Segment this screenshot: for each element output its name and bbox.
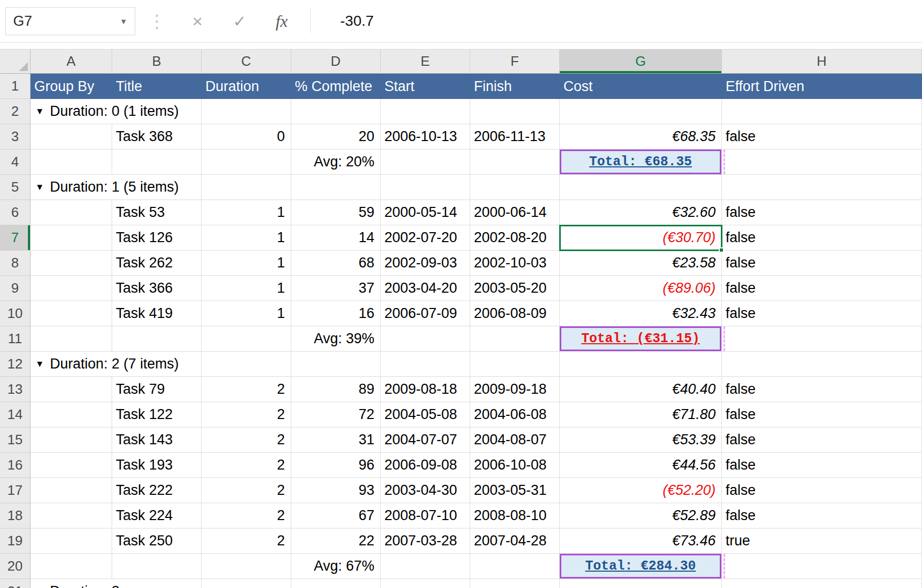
confirm-icon[interactable]: ✓ (219, 12, 261, 31)
empty-cell-e5[interactable] (381, 175, 470, 200)
empty-cell-f11[interactable] (470, 326, 560, 352)
start-cell[interactable]: 2009-08-18 (381, 377, 470, 402)
empty-cell-e21[interactable] (381, 579, 470, 588)
collapse-triangle-icon[interactable]: ▼ (35, 182, 44, 193)
total-cell[interactable]: Total: (€31.15) (560, 326, 722, 352)
effort-driven-cell[interactable]: false (722, 200, 922, 225)
empty-cell-h21[interactable] (722, 579, 922, 588)
empty-cell-g12[interactable] (560, 352, 722, 377)
pct-complete-cell[interactable]: 16 (291, 301, 381, 326)
pct-complete-cell[interactable]: 37 (291, 276, 381, 301)
avg-cell[interactable]: Avg: 20% (291, 150, 381, 175)
empty-cell-e11[interactable] (381, 326, 470, 352)
empty-cell-d2[interactable] (291, 99, 381, 124)
row-header-20[interactable]: 20 (0, 554, 31, 579)
finish-cell[interactable]: 2009-09-18 (470, 377, 560, 402)
empty-cell-d5[interactable] (291, 175, 381, 200)
title-cell[interactable]: Task 368 (112, 124, 202, 150)
duration-cell[interactable]: 1 (202, 301, 291, 326)
row-header-13[interactable]: 13 (0, 377, 31, 402)
start-cell[interactable]: 2004-05-08 (381, 402, 470, 427)
row-header-15[interactable]: 15 (0, 427, 31, 453)
finish-cell[interactable]: 2003-05-31 (470, 478, 560, 503)
finish-cell[interactable]: 2000-06-14 (470, 200, 560, 225)
title-cell[interactable]: Task 250 (112, 529, 202, 554)
pct-complete-cell[interactable]: 93 (291, 478, 381, 503)
empty-cell-a17[interactable] (31, 478, 112, 503)
empty-cell-a3[interactable] (31, 124, 112, 150)
duration-cell[interactable]: 1 (202, 200, 291, 225)
effort-driven-cell[interactable]: true (722, 529, 922, 554)
total-cell[interactable]: Total: €284.30 (560, 554, 722, 579)
finish-cell[interactable]: 2002-08-20 (470, 225, 560, 251)
duration-cell[interactable]: 1 (202, 225, 291, 251)
empty-cell-a6[interactable] (31, 200, 112, 225)
finish-cell[interactable]: 2004-06-08 (470, 402, 560, 427)
collapse-triangle-icon[interactable]: ▼ (35, 586, 44, 588)
row-header-7[interactable]: 7 (0, 225, 31, 251)
group-header-cell[interactable]: ▼Duration: 1 (5 items) (31, 175, 202, 200)
finish-cell[interactable]: 2008-08-10 (470, 503, 560, 529)
empty-cell-c2[interactable] (202, 99, 291, 124)
column-header-f[interactable]: F (470, 49, 560, 74)
empty-cell-a20[interactable] (31, 554, 112, 579)
empty-cell-g2[interactable] (560, 99, 722, 124)
collapse-triangle-icon[interactable]: ▼ (35, 106, 44, 117)
column-header-h[interactable]: H (722, 49, 922, 74)
empty-cell-c4[interactable] (202, 150, 291, 175)
column-header-a[interactable]: A (31, 49, 112, 74)
empty-cell-a19[interactable] (31, 529, 112, 554)
cost-cell[interactable]: €53.39 (560, 427, 722, 453)
empty-cell-e2[interactable] (381, 99, 470, 124)
empty-cell-h2[interactable] (722, 99, 922, 124)
empty-cell-a7[interactable] (31, 225, 112, 251)
row-header-1[interactable]: 1 (0, 74, 31, 99)
duration-cell[interactable]: 1 (202, 251, 291, 276)
empty-cell-a9[interactable] (31, 276, 112, 301)
empty-cell-b11[interactable] (112, 326, 202, 352)
duration-cell[interactable]: 2 (202, 453, 291, 478)
row-header-5[interactable]: 5 (0, 175, 31, 200)
pct-complete-cell[interactable]: 72 (291, 402, 381, 427)
finish-cell[interactable]: 2003-05-20 (470, 276, 560, 301)
empty-cell-h12[interactable] (722, 352, 922, 377)
column-header-e[interactable]: E (381, 49, 470, 74)
title-cell[interactable]: Task 79 (112, 377, 202, 402)
title-cell[interactable]: Task 122 (112, 402, 202, 427)
pct-complete-cell[interactable]: 14 (291, 225, 381, 251)
insert-function-icon[interactable]: fx (261, 12, 303, 31)
empty-cell-c11[interactable] (202, 326, 291, 352)
cost-cell[interactable]: (€89.06) (560, 276, 722, 301)
title-cell[interactable]: Task 193 (112, 453, 202, 478)
empty-cell-e12[interactable] (381, 352, 470, 377)
row-header-19[interactable]: 19 (0, 529, 31, 554)
title-cell[interactable]: Task 419 (112, 301, 202, 326)
pct-complete-cell[interactable]: 68 (291, 251, 381, 276)
cost-cell[interactable]: (€52.20) (560, 478, 722, 503)
empty-cell-c12[interactable] (202, 352, 291, 377)
empty-cell-a18[interactable] (31, 503, 112, 529)
duration-cell[interactable]: 2 (202, 529, 291, 554)
row-header-12[interactable]: 12 (0, 352, 31, 377)
cost-cell[interactable]: €44.56 (560, 453, 722, 478)
select-all-corner[interactable] (0, 49, 31, 74)
pct-complete-cell[interactable]: 20 (291, 124, 381, 150)
effort-driven-cell[interactable]: false (722, 251, 922, 276)
row-header-14[interactable]: 14 (0, 402, 31, 427)
empty-cell-h4[interactable] (722, 150, 922, 175)
column-header-b[interactable]: B (112, 49, 202, 74)
cost-cell[interactable]: €52.89 (560, 503, 722, 529)
row-header-16[interactable]: 16 (0, 453, 31, 478)
group-header-cell[interactable]: ▼Duration: 2 (7 items) (31, 352, 202, 377)
pct-complete-cell[interactable]: 31 (291, 427, 381, 453)
row-header-11[interactable]: 11 (0, 326, 31, 352)
cost-cell[interactable]: €23.58 (560, 251, 722, 276)
pct-complete-cell[interactable]: 67 (291, 503, 381, 529)
empty-cell-f20[interactable] (470, 554, 560, 579)
name-box-dropdown-icon[interactable]: ▼ (120, 17, 127, 26)
empty-cell-f4[interactable] (470, 150, 560, 175)
effort-driven-cell[interactable]: false (722, 503, 922, 529)
empty-cell-h5[interactable] (722, 175, 922, 200)
finish-cell[interactable]: 2004-08-07 (470, 427, 560, 453)
finish-cell[interactable]: 2006-08-09 (470, 301, 560, 326)
